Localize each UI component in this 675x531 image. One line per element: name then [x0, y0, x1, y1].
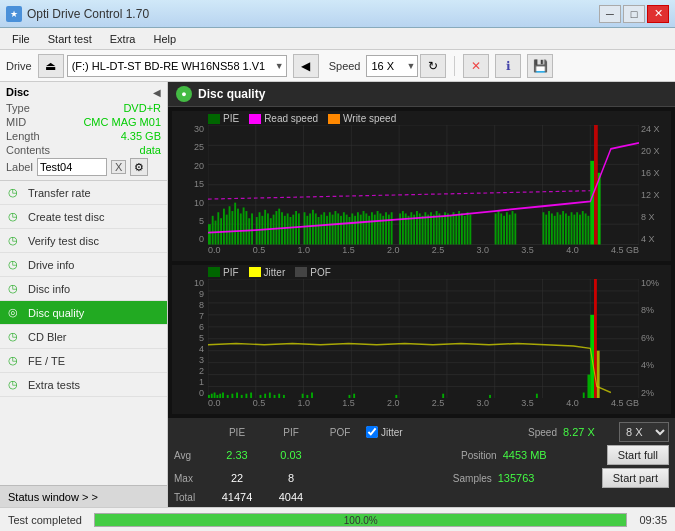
title-text: Opti Drive Control 1.70	[27, 7, 149, 21]
title-bar-left: ★ Opti Drive Control 1.70	[6, 6, 149, 22]
disc-quality-title: Disc quality	[198, 87, 265, 101]
sidebar-item-label: Transfer rate	[28, 187, 91, 199]
legend-write-speed-label: Write speed	[343, 113, 396, 124]
menu-extra[interactable]: Extra	[102, 31, 144, 47]
read-speed-color-box	[249, 114, 261, 124]
sidebar-item-extra-tests[interactable]: ◷ Extra tests	[0, 373, 167, 397]
svg-rect-25	[231, 211, 233, 244]
jitter-color-box	[249, 267, 261, 277]
transfer-rate-icon: ◷	[8, 186, 22, 199]
chart1-svg	[208, 125, 639, 245]
start-full-button[interactable]: Start full	[607, 445, 669, 465]
svg-rect-64	[346, 215, 348, 245]
svg-rect-103	[461, 213, 463, 244]
sidebar-item-transfer-rate[interactable]: ◷ Transfer rate	[0, 181, 167, 205]
svg-rect-123	[565, 213, 567, 244]
sidebar-item-fe-te[interactable]: ◷ FE / TE	[0, 349, 167, 373]
disc-label-gear-icon[interactable]: ⚙	[130, 158, 148, 176]
disc-label-clear[interactable]: X	[111, 160, 126, 174]
start-part-button[interactable]: Start part	[602, 468, 669, 488]
erase-icon[interactable]: ✕	[463, 54, 489, 78]
speed-stat-value: 8.27 X	[563, 426, 615, 438]
svg-rect-89	[422, 216, 424, 245]
speed-stat-header: Speed	[528, 427, 557, 438]
svg-rect-61	[337, 213, 339, 244]
legend-pie: PIE	[208, 113, 239, 124]
position-label: Position	[461, 450, 497, 461]
chart2-y-axis-left: 10 9 8 7 6 5 4 3 2 1 0	[172, 279, 208, 399]
extra-tests-icon: ◷	[8, 378, 22, 391]
chart1-y-axis-left: 30 25 20 15 10 5 0	[172, 125, 208, 245]
svg-rect-44	[287, 213, 289, 244]
svg-rect-30	[245, 211, 247, 244]
svg-rect-117	[548, 211, 550, 244]
close-button[interactable]: ✕	[647, 5, 669, 23]
chart2-x-axis: 0.0 0.5 1.0 1.5 2.0 2.5 3.0 3.5 4.0 4.5 …	[208, 398, 639, 414]
svg-rect-54	[318, 217, 320, 244]
sidebar-item-cd-bler[interactable]: ◷ CD Bler	[0, 325, 167, 349]
toolbar-divider	[454, 56, 455, 76]
sidebar-item-label: Drive info	[28, 259, 74, 271]
menu-start-test[interactable]: Start test	[40, 31, 100, 47]
chart2-legend: PIF Jitter POF	[208, 267, 331, 278]
pof-header: POF	[318, 427, 362, 438]
status-window-button[interactable]: Status window > >	[0, 485, 167, 507]
svg-rect-82	[402, 211, 404, 244]
svg-rect-75	[377, 211, 379, 244]
svg-rect-27	[237, 209, 239, 245]
progress-label: 100.0%	[344, 514, 378, 525]
speed-stat-select[interactable]: 8 X 16 X	[619, 422, 669, 442]
sidebar-item-create-test-disc[interactable]: ◷ Create test disc	[0, 205, 167, 229]
svg-rect-67	[354, 216, 356, 245]
svg-rect-65	[349, 217, 351, 244]
svg-rect-73	[371, 212, 373, 244]
progress-bar: 100.0%	[94, 513, 627, 527]
avg-pif: 0.03	[264, 449, 318, 461]
svg-rect-97	[444, 212, 446, 244]
svg-rect-23	[226, 215, 228, 245]
write-speed-color-box	[328, 114, 340, 124]
sidebar-item-disc-quality[interactable]: ◎ Disc quality	[0, 301, 167, 325]
svg-rect-43	[284, 216, 286, 245]
svg-rect-80	[391, 212, 393, 244]
verify-test-disc-icon: ◷	[8, 234, 22, 247]
speed-label: Speed	[329, 60, 361, 72]
svg-rect-63	[343, 212, 345, 244]
svg-rect-99	[450, 216, 452, 245]
svg-rect-132	[590, 161, 594, 245]
svg-rect-79	[388, 215, 390, 245]
sidebar-item-disc-info[interactable]: ◷ Disc info	[0, 277, 167, 301]
max-pie: 22	[210, 472, 264, 484]
svg-rect-55	[320, 215, 322, 245]
main: Disc ◀ Type DVD+R MID CMC MAG M01 Length…	[0, 82, 675, 507]
disc-label-input[interactable]	[37, 158, 107, 176]
svg-rect-127	[576, 212, 578, 244]
sidebar-item-verify-test-disc[interactable]: ◷ Verify test disc	[0, 229, 167, 253]
speed-arrow: ▼	[407, 61, 416, 71]
speed-refresh-icon[interactable]: ↻	[420, 54, 446, 78]
svg-rect-102	[458, 211, 460, 244]
svg-rect-109	[500, 213, 502, 244]
disc-type-row: Type DVD+R	[6, 102, 161, 114]
drive-eject-icon[interactable]: ⏏	[38, 54, 64, 78]
total-label: Total	[174, 492, 210, 503]
svg-rect-71	[365, 213, 367, 244]
chart-pie-read-write: PIE Read speed Write speed 30 25 20	[172, 111, 671, 261]
info-icon[interactable]: ℹ	[495, 54, 521, 78]
legend-pof: POF	[295, 267, 331, 278]
menu-file[interactable]: File	[4, 31, 38, 47]
maximize-button[interactable]: □	[623, 5, 645, 23]
svg-rect-24	[229, 206, 231, 244]
drive-select[interactable]: (F:) HL-DT-ST BD-RE WH16NS58 1.V1 ▼	[67, 55, 287, 77]
sidebar-item-drive-info[interactable]: ◷ Drive info	[0, 253, 167, 277]
disc-expand-icon[interactable]: ◀	[153, 87, 161, 98]
save-icon[interactable]: 💾	[527, 54, 553, 78]
sidebar: Disc ◀ Type DVD+R MID CMC MAG M01 Length…	[0, 82, 168, 507]
minimize-button[interactable]: ─	[599, 5, 621, 23]
svg-rect-188	[597, 350, 600, 398]
status-text: Test completed	[8, 514, 82, 526]
drive-prev-icon[interactable]: ◀	[293, 54, 319, 78]
menu-help[interactable]: Help	[145, 31, 184, 47]
jitter-checkbox[interactable]	[366, 426, 378, 438]
speed-select[interactable]: 16 X ▼	[366, 55, 418, 77]
